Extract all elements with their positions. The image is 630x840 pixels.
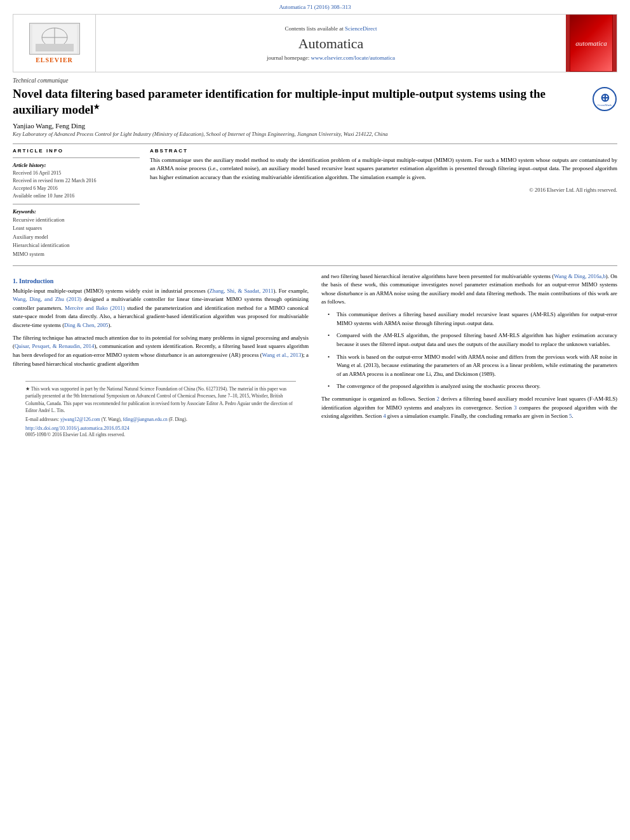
homepage-url[interactable]: www.elsevier.com/locate/automatica: [311, 55, 395, 61]
received-date: Received 16 April 2015: [13, 170, 140, 177]
article-title: Novel data filtering based parameter ide…: [13, 86, 586, 118]
bullet-dot-3: •: [328, 353, 333, 379]
journal-volume-link[interactable]: Automatica 71 (2016) 308–313: [279, 4, 351, 10]
svg-rect-4: [36, 44, 74, 51]
ref-wang-2013[interactable]: Wang, Ding, and Zhu (2013): [13, 296, 81, 302]
journal-cover-area: automatica: [566, 15, 617, 72]
footnote-area: ★ This work was supported in part by the…: [25, 381, 296, 437]
keyword-4: Hierarchical identification: [13, 241, 140, 250]
keywords-label: Keywords:: [13, 208, 140, 215]
email1-link[interactable]: yjwang12@126.com: [60, 417, 100, 422]
accepted-date: Accepted 6 May 2016: [13, 185, 140, 192]
journal-cover-image: automatica: [570, 15, 613, 72]
article-history-label: Article history:: [13, 162, 140, 168]
keyword-3: Auxiliary model: [13, 233, 140, 242]
ref-zhang-2011[interactable]: Zhang, Shi, & Saadat, 2011: [210, 288, 274, 294]
ref-section4[interactable]: 4: [383, 413, 385, 419]
journal-header: ELSEVIER Contents lists available at Sci…: [13, 14, 617, 72]
ref-qaisar-2014[interactable]: Qaisar, Pesquet, & Renaudin, 2014: [15, 343, 94, 349]
divider-4: [13, 265, 617, 266]
bullet-2: • Compared with the AM-RLS algorithm, th…: [328, 331, 617, 349]
bullet-dot-4: •: [328, 382, 333, 391]
doi-link[interactable]: http://dx.doi.org/10.1016/j.automatica.2…: [25, 425, 130, 431]
contents-available-line: Contents lists available at ScienceDirec…: [285, 25, 377, 32]
page-container: Automatica 71 (2016) 308–313 ELSEVIER: [0, 0, 630, 437]
keyword-5: MIMO system: [13, 250, 140, 259]
bullet-3: • This work is based on the output-error…: [328, 353, 617, 379]
email2-link[interactable]: fding@jiangnan.edu.cn: [123, 417, 168, 422]
article-info-col: ARTICLE INFO Article history: Received 1…: [13, 148, 140, 259]
article-title-row: Novel data filtering based parameter ide…: [13, 86, 617, 118]
bullet-4: • The convergence of the proposed algori…: [328, 382, 617, 391]
right-para-2: The communique is organized as follows. …: [321, 395, 617, 421]
sciencedirect-link[interactable]: ScienceDirect: [345, 25, 377, 32]
elsevier-logo: ELSEVIER: [29, 23, 80, 63]
copyright-line: © 2016 Elsevier Ltd. All rights reserved…: [150, 187, 617, 193]
journal-homepage: journal homepage: www.elsevier.com/locat…: [267, 55, 395, 61]
article-info-heading: ARTICLE INFO: [13, 148, 140, 154]
article-type: Technical communique: [13, 77, 617, 84]
divider-3: [13, 204, 140, 204]
footnote-star-note: ★ This work was supported in part by the…: [25, 385, 296, 414]
body-area: 1. Introduction Multiple-input multiple-…: [13, 272, 617, 438]
abstract-heading: ABSTRACT: [150, 148, 617, 154]
divider-1: [13, 143, 617, 144]
bullet-dot-1: •: [328, 310, 333, 328]
elsevier-brand: ELSEVIER: [36, 57, 73, 63]
available-date: Available online 10 June 2016: [13, 192, 140, 200]
crossmark-inner: ⊕ CrossMark: [593, 87, 617, 111]
intro-para-2: The filtering technique has attracted mu…: [13, 334, 309, 369]
crossmark-label: CrossMark: [598, 103, 612, 107]
ref-wang-ding-2016[interactable]: Wang & Ding, 2016a,b: [554, 273, 606, 279]
ref-ding-chen-2005[interactable]: Ding & Chen, 2005: [64, 322, 108, 328]
ref-wang-2013b[interactable]: Wang et al., 2013: [262, 352, 302, 358]
ref-section3[interactable]: 3: [514, 404, 516, 411]
received-revised-date: Received in revised form 22 March 2016: [13, 177, 140, 185]
footnote-email: E-mail addresses: yjwang12@126.com (Y. W…: [25, 416, 296, 423]
affiliation: Key Laboratory of Advanced Process Contr…: [13, 131, 617, 138]
journal-logo-area: ELSEVIER: [13, 15, 96, 72]
bullet-list: • This communique derives a filtering ba…: [328, 310, 617, 391]
body-right-col: and two filtering based hierarchical ite…: [321, 272, 617, 438]
abstract-text: This communique uses the auxiliary model…: [150, 156, 617, 182]
issn-line: 0005-1098/© 2016 Elsevier Ltd. All right…: [25, 432, 296, 437]
ref-wang-ar[interactable]: Wang et al. (2013): [337, 362, 379, 368]
doi-line: http://dx.doi.org/10.1016/j.automatica.2…: [25, 425, 296, 431]
ref-mercere-2011[interactable]: Mercère and Bako (2011): [65, 305, 124, 311]
journal-title-area: Contents lists available at ScienceDirec…: [96, 15, 566, 72]
right-para-1: and two filtering based hierarchical ite…: [321, 272, 617, 307]
divider-2: [13, 157, 140, 158]
crossmark-plus: ⊕: [600, 92, 610, 103]
article-area: Technical communique Novel data filterin…: [13, 77, 617, 266]
body-two-col: 1. Introduction Multiple-input multiple-…: [13, 272, 617, 438]
elsevier-logo-image: [29, 23, 80, 55]
ref-li-1989[interactable]: Li, Zhu, and Dickinson (1989): [426, 371, 495, 377]
intro-title: 1. Introduction: [13, 277, 309, 284]
authors: Yanjiao Wang, Feng Ding: [13, 122, 617, 130]
bullet-1: • This communique derives a filtering ba…: [328, 310, 617, 328]
journal-title: Automatica: [298, 36, 364, 52]
bullet-dot-2: •: [328, 331, 333, 349]
keyword-2: Least squares: [13, 224, 140, 233]
ref-section2[interactable]: 2: [437, 396, 439, 402]
crossmark-badge: ⊕ CrossMark: [592, 86, 617, 112]
abstract-col: ABSTRACT This communique uses the auxili…: [150, 148, 617, 259]
ref-section5[interactable]: 5: [569, 413, 572, 419]
body-left-col: 1. Introduction Multiple-input multiple-…: [13, 272, 309, 438]
keyword-1: Recursive identification: [13, 216, 140, 225]
journal-link-bar: Automatica 71 (2016) 308–313: [0, 0, 630, 11]
article-info-abstract: ARTICLE INFO Article history: Received 1…: [13, 148, 617, 259]
intro-para-1: Multiple-input multiple-output (MIMO) sy…: [13, 287, 309, 330]
